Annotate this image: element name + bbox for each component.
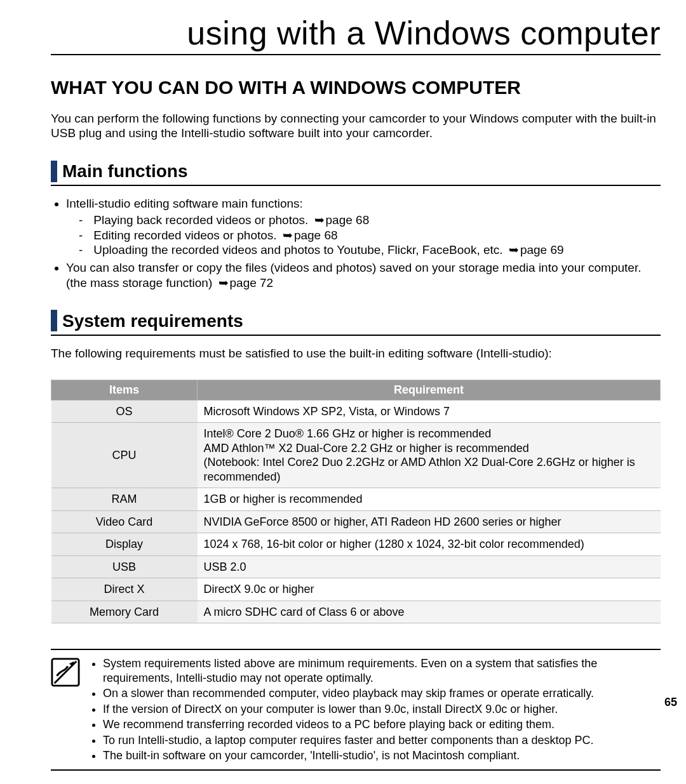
main-functions-content: Intelli-studio editing software main fun… (51, 196, 661, 291)
subheading-system-requirements: System requirements (51, 310, 661, 336)
table-cell-item: OS (51, 400, 198, 423)
subheading-main-functions: Main functions (51, 160, 661, 186)
table-row: Display1024 x 768, 16-bit color or highe… (51, 533, 661, 556)
table-cell-item: Video Card (51, 510, 198, 533)
requirements-tbody: OSMicrosoft Windows XP SP2, Vista, or Wi… (51, 400, 661, 623)
table-row: RAM1GB or higher is recommended (51, 488, 661, 511)
table-cell-item: Display (51, 533, 198, 556)
list-item: Playing back recorded videos or photos. … (79, 213, 661, 228)
list-item: Intelli-studio editing software main fun… (66, 196, 661, 258)
page-ref: page 69 (506, 243, 564, 256)
heading-bar-icon (51, 161, 57, 182)
table-cell-requirement: 1GB or higher is recommended (198, 488, 661, 511)
note-item: System requirements listed above are min… (103, 656, 661, 685)
list-item-text: Playing back recorded videos or photos. (93, 213, 308, 227)
table-row: Memory CardA micro SDHC card of Class 6 … (51, 601, 661, 623)
list-item: Uploading the recorded videos and photos… (79, 243, 661, 258)
table-cell-item: Direct X (51, 578, 198, 601)
note-item: We recommend transferring recorded video… (103, 717, 661, 732)
table-cell-item: RAM (51, 488, 198, 511)
page-number: 65 (664, 695, 677, 710)
table-cell-requirement: USB 2.0 (198, 555, 661, 578)
sysreq-intro: The following requirements must be satis… (51, 346, 661, 361)
table-cell-item: CPU (51, 423, 198, 488)
heading-bar-icon (51, 310, 57, 331)
page-ref: page 68 (280, 229, 338, 242)
page-ref: page 68 (312, 213, 370, 227)
list-item: Editing recorded videos or photos. page … (79, 228, 661, 243)
chapter-title: using with a Windows computer (51, 13, 661, 55)
table-cell-requirement: DirectX 9.0c or higher (198, 578, 661, 601)
section-title: WHAT YOU CAN DO WITH A WINDOWS COMPUTER (51, 76, 661, 100)
list-item-text: Uploading the recorded videos and photos… (93, 243, 502, 256)
col-header-requirement: Requirement (198, 380, 661, 401)
list-item: You can also transfer or copy the files … (66, 260, 661, 291)
note-item: If the version of DirectX on your comput… (103, 702, 661, 717)
subheading-label: System requirements (62, 310, 243, 332)
section-intro: You can perform the following functions … (51, 111, 661, 142)
table-row: Video CardNVIDIA GeForce 8500 or higher,… (51, 510, 661, 533)
note-icon (51, 658, 80, 687)
list-item-text: You can also transfer or copy the files … (66, 261, 641, 289)
table-cell-requirement: NVIDIA GeForce 8500 or higher, ATI Radeo… (198, 510, 661, 533)
table-row: Direct XDirectX 9.0c or higher (51, 578, 661, 601)
subheading-label: Main functions (62, 160, 188, 182)
notes-box: System requirements listed above are min… (51, 649, 661, 771)
notes-list: System requirements listed above are min… (90, 655, 661, 764)
table-row: CPUIntel® Core 2 Duo® 1.66 GHz or higher… (51, 423, 661, 488)
note-item: To run Intelli-studio, a laptop computer… (103, 733, 661, 748)
note-item: The built-in software on your camcorder,… (103, 748, 661, 763)
table-cell-requirement: 1024 x 768, 16-bit color or higher (1280… (198, 533, 661, 556)
note-item: On a slower than recommended computer, v… (103, 686, 661, 701)
table-cell-requirement: A micro SDHC card of Class 6 or above (198, 601, 661, 623)
manual-page: using with a Windows computer WHAT YOU C… (0, 0, 686, 784)
col-header-items: Items (51, 380, 198, 401)
table-row: OSMicrosoft Windows XP SP2, Vista, or Wi… (51, 400, 661, 423)
requirements-table: Items Requirement OSMicrosoft Windows XP… (51, 380, 661, 623)
table-row: USBUSB 2.0 (51, 555, 661, 578)
list-item-text: Intelli-studio editing software main fun… (66, 197, 303, 210)
list-item-text: Editing recorded videos or photos. (93, 229, 276, 242)
page-ref: page 72 (216, 276, 274, 289)
table-cell-item: USB (51, 555, 198, 578)
table-cell-item: Memory Card (51, 601, 198, 623)
table-header-row: Items Requirement (51, 380, 661, 401)
table-cell-requirement: Microsoft Windows XP SP2, Vista, or Wind… (198, 400, 661, 423)
table-cell-requirement: Intel® Core 2 Duo® 1.66 GHz or higher is… (198, 423, 661, 488)
